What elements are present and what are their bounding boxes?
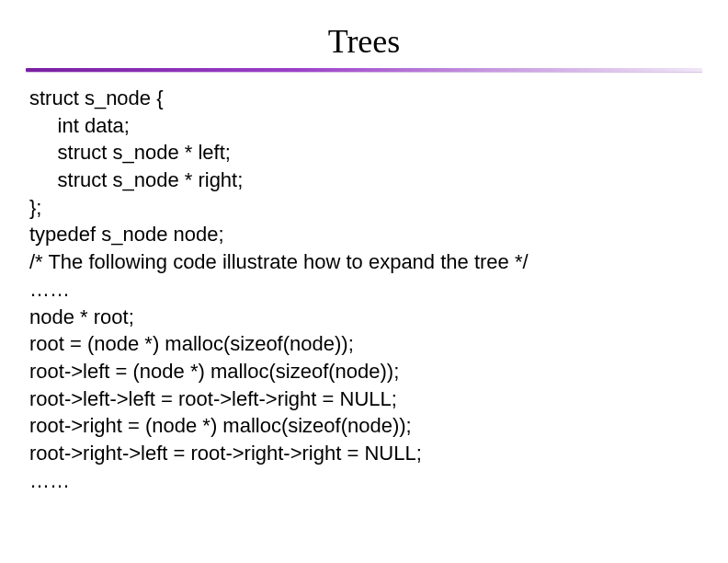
code-line: struct s_node * right; xyxy=(29,167,706,194)
code-line: }; xyxy=(29,194,706,222)
code-line: root->right->left = root->right->right =… xyxy=(29,440,706,467)
code-line: …… xyxy=(29,467,706,495)
code-line: int data; xyxy=(29,112,706,140)
code-line: …… xyxy=(29,276,706,304)
code-line: node * root; xyxy=(29,304,706,331)
code-line: root->left = (node *) malloc(sizeof(node… xyxy=(29,358,706,385)
code-line: typedef s_node node; xyxy=(29,221,706,248)
code-block: struct s_node { int data; struct s_node … xyxy=(0,72,728,494)
code-line: struct s_node { xyxy=(29,85,706,112)
slide: Trees struct s_node { int data; struct s… xyxy=(0,0,728,563)
code-line: struct s_node * left; xyxy=(29,139,706,167)
code-line: root->left->left = root->left->right = N… xyxy=(29,385,706,413)
code-line: root->right = (node *) malloc(sizeof(nod… xyxy=(29,412,706,440)
code-line: /* The following code illustrate how to … xyxy=(29,248,706,276)
code-line: root = (node *) malloc(sizeof(node)); xyxy=(29,330,706,358)
slide-title: Trees xyxy=(0,0,728,68)
